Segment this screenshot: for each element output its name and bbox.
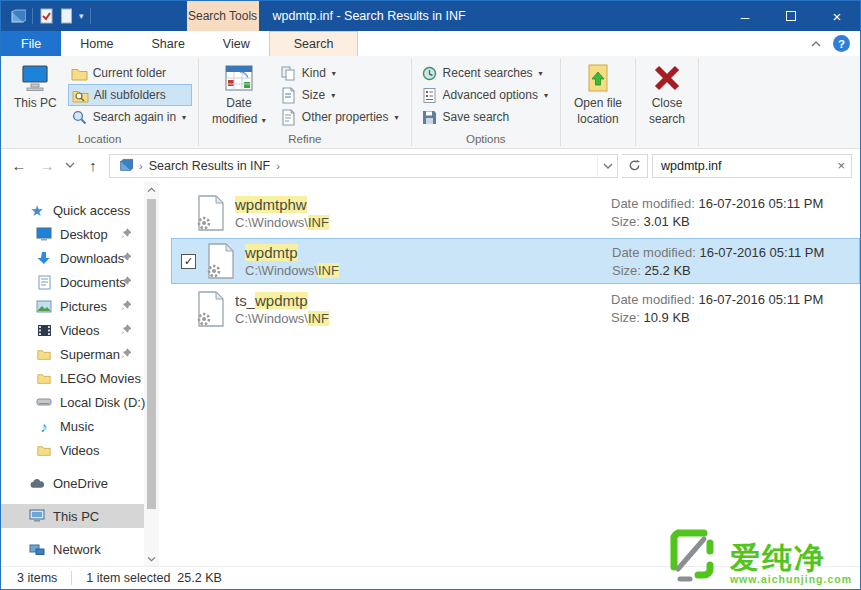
items-count: 3 items xyxy=(17,571,57,585)
tab-home[interactable]: Home xyxy=(61,31,132,56)
maximize-button[interactable] xyxy=(768,1,814,31)
scroll-down-icon[interactable] xyxy=(147,551,156,566)
star-icon: ★ xyxy=(29,202,45,218)
subfolders-search-icon xyxy=(72,87,89,104)
file-name: wpdmtp xyxy=(245,244,339,262)
breadcrumb-location[interactable]: Search Results in INF xyxy=(149,159,271,173)
search-box[interactable]: × xyxy=(652,154,852,178)
file-row-ts-wpdmtp[interactable]: ts_wpdmtp C:\Windows\INF Date modified: … xyxy=(171,286,860,332)
this-pc-label: This PC xyxy=(14,97,57,111)
contextual-tab-search-tools[interactable]: Search Tools xyxy=(187,1,259,31)
sidebar-item-local-disk-d[interactable]: Local Disk (D:) xyxy=(1,390,144,414)
sidebar-item-lego-movies[interactable]: LEGO Movies xyxy=(1,366,144,390)
this-pc-icon[interactable] xyxy=(9,8,26,25)
watermark: 爱纯净 www.aichunjing.com xyxy=(664,527,852,585)
collapse-ribbon-chevron-icon[interactable] xyxy=(811,37,821,51)
new-folder-icon[interactable] xyxy=(60,8,73,24)
kind-button[interactable]: Kind▾ xyxy=(277,62,405,84)
search-input[interactable] xyxy=(661,159,833,173)
properties-icon[interactable] xyxy=(39,8,54,24)
sidebar-item-pictures[interactable]: Pictures xyxy=(1,294,144,318)
recent-searches-button[interactable]: Recent searches▾ xyxy=(418,62,554,84)
file-row-wpdmtp-selected[interactable]: ✓ wpdmtp C:\Windows\INF Date modified: 1… xyxy=(171,238,860,284)
sidebar-item-quick-access[interactable]: ★ Quick access xyxy=(1,198,144,222)
size-button[interactable]: Size▾ xyxy=(277,84,405,106)
help-icon[interactable]: ? xyxy=(833,35,850,52)
watermark-url: www.aichunjing.com xyxy=(730,573,852,585)
sidebar-scrollbar[interactable] xyxy=(144,182,159,566)
inf-file-icon xyxy=(195,195,225,231)
open-file-location-button[interactable]: Open file location xyxy=(567,60,629,131)
selection-status: 1 item selected 25.2 KB xyxy=(86,571,222,585)
sidebar-item-downloads[interactable]: Downloads xyxy=(1,246,144,270)
sidebar-item-this-pc[interactable]: This PC xyxy=(1,504,144,528)
computer-icon xyxy=(18,63,52,95)
other-properties-button[interactable]: Other properties▾ xyxy=(277,106,405,128)
forward-button[interactable]: → xyxy=(35,157,59,174)
sidebar-item-network[interactable]: Network xyxy=(1,537,144,561)
group-label-refine: Refine xyxy=(205,131,404,146)
date-modified-button[interactable]: Date modified ▾ xyxy=(205,60,273,131)
address-dropdown-chevron-icon[interactable] xyxy=(597,155,617,177)
recent-locations-chevron-icon[interactable] xyxy=(63,161,77,171)
minimize-button[interactable]: – xyxy=(722,1,768,31)
customize-toolbar-chevron-icon[interactable]: ▾ xyxy=(79,11,84,21)
pin-icon xyxy=(121,348,132,359)
all-subfolders-button[interactable]: All subfolders xyxy=(68,84,192,106)
scrollbar-thumb[interactable] xyxy=(147,199,156,509)
search-term-highlight: INF xyxy=(318,263,339,278)
sidebar-item-videos-folder[interactable]: Videos xyxy=(1,438,144,462)
close-search-button[interactable]: Close search xyxy=(642,60,692,131)
ribbon-group-location: This PC Current folder All subfolders Se… xyxy=(1,56,198,148)
refresh-button[interactable] xyxy=(622,154,648,178)
network-icon xyxy=(29,541,45,557)
breadcrumb-chevron-icon[interactable]: › xyxy=(276,160,280,172)
folder-icon xyxy=(36,346,52,362)
file-row-wpdmtphw[interactable]: wpdmtphw C:\Windows\INF Date modified: 1… xyxy=(171,190,860,236)
file-name: wpdmtphw xyxy=(235,196,329,214)
ribbon-group-options: Recent searches▾ Advanced options▾ Save … xyxy=(412,56,560,148)
current-folder-button[interactable]: Current folder xyxy=(68,62,192,84)
dropdown-arrow-icon: ▾ xyxy=(395,113,399,122)
ribbon-group-close-search: Close search xyxy=(636,56,698,148)
sidebar-item-documents[interactable]: Documents xyxy=(1,270,144,294)
back-button[interactable]: ← xyxy=(7,157,31,174)
open-file-location-icon xyxy=(581,63,615,95)
save-search-button[interactable]: Save search xyxy=(418,106,554,128)
breadcrumb-bar[interactable]: › Search Results in INF › xyxy=(109,154,618,178)
refresh-icon xyxy=(628,159,641,172)
toolbar-separator xyxy=(32,8,33,24)
search-term-highlight: wpdmtphw xyxy=(235,196,307,213)
properties-page-icon xyxy=(280,109,297,126)
computer-icon xyxy=(29,508,45,524)
picture-icon xyxy=(36,298,52,314)
file-path: C:\Windows\INF xyxy=(235,215,329,231)
sidebar-item-music[interactable]: ♪ Music xyxy=(1,414,144,438)
sidebar-item-desktop[interactable]: Desktop xyxy=(1,222,144,246)
tab-share[interactable]: Share xyxy=(133,31,204,56)
this-pc-button[interactable]: This PC xyxy=(7,60,64,131)
close-button[interactable]: × xyxy=(814,1,860,31)
video-icon xyxy=(36,322,52,338)
clear-search-icon[interactable]: × xyxy=(833,158,845,173)
folder-icon xyxy=(71,65,88,82)
tab-search[interactable]: Search xyxy=(269,31,359,56)
sidebar-item-superman[interactable]: Superman xyxy=(1,342,144,366)
ribbon-group-refine: Date modified ▾ Kind▾ Size▾ Other proper… xyxy=(199,56,410,148)
file-name: ts_wpdmtp xyxy=(235,292,329,310)
sidebar-item-onedrive[interactable]: OneDrive xyxy=(1,471,144,495)
up-button[interactable]: ↑ xyxy=(81,157,105,174)
search-again-in-button[interactable]: Search again in▾ xyxy=(68,106,192,128)
breadcrumb[interactable]: › Search Results in INF › xyxy=(110,158,597,173)
advanced-options-button[interactable]: Advanced options▾ xyxy=(418,84,554,106)
tab-file[interactable]: File xyxy=(1,31,61,56)
search-icon xyxy=(71,109,88,126)
dropdown-arrow-icon: ▾ xyxy=(539,69,543,78)
search-term-highlight: INF xyxy=(308,311,329,326)
file-checkbox[interactable]: ✓ xyxy=(181,254,196,269)
tab-view[interactable]: View xyxy=(204,31,269,56)
sidebar-item-videos[interactable]: Videos xyxy=(1,318,144,342)
titlebar: ▾ Search Tools wpdmtp.inf - Search Resul… xyxy=(1,1,860,31)
scroll-up-icon[interactable] xyxy=(147,182,156,197)
file-details: Date modified: 16-07-2016 05:11 PM Size:… xyxy=(611,291,823,327)
